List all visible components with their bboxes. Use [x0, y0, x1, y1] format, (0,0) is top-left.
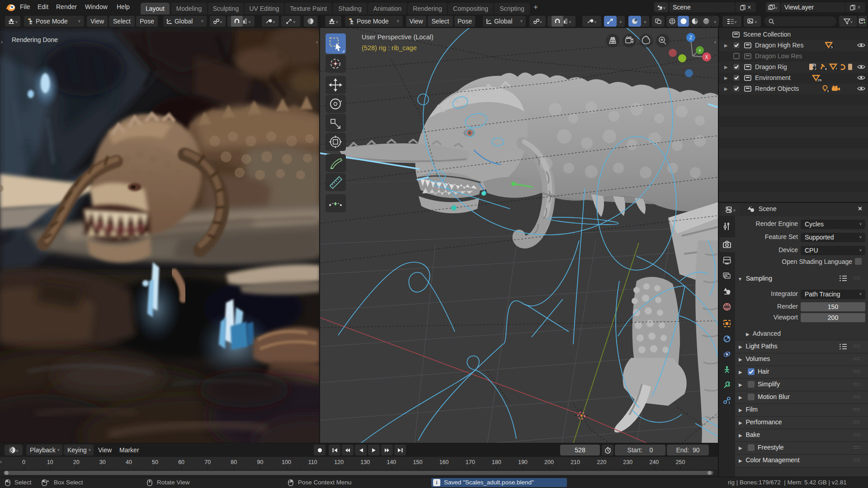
svg-text:2: 2 — [815, 67, 817, 71]
svg-text:7: 7 — [835, 67, 838, 71]
svg-text:3: 3 — [827, 89, 829, 93]
svg-text:6: 6 — [825, 67, 827, 71]
svg-text:Z: Z — [689, 35, 692, 40]
svg-text:5: 5 — [831, 45, 833, 49]
svg-text:X: X — [705, 55, 708, 60]
svg-text:26: 26 — [818, 78, 822, 82]
svg-text:Y: Y — [698, 48, 701, 53]
